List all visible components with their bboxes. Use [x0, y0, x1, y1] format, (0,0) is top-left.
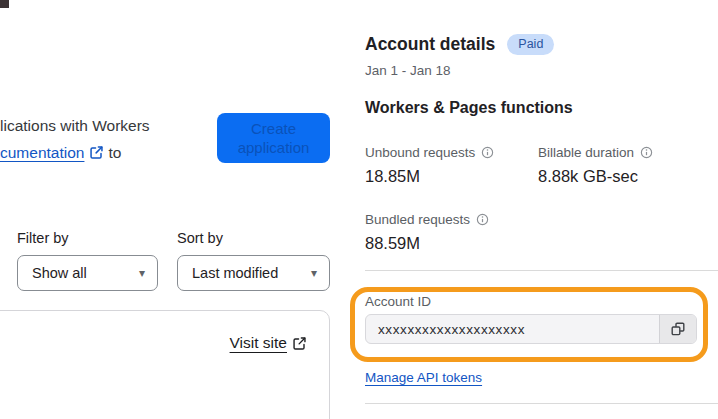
account-id-label: Account ID — [365, 294, 431, 309]
account-details-title: Account details — [365, 34, 495, 55]
intro-line-1: lications with Workers — [0, 112, 150, 139]
stat-label-text: Bundled requests — [365, 212, 470, 227]
account-id-field-group: xxxxxxxxxxxxxxxxxxxx — [365, 314, 697, 344]
visit-site-label: Visit site — [230, 334, 287, 352]
caret-down-icon: ▾ — [311, 267, 317, 279]
account-details-panel: Account details Paid Jan 1 - Jan 18 Work… — [365, 0, 718, 419]
info-icon[interactable] — [476, 213, 489, 226]
account-details-header: Account details Paid — [365, 34, 554, 55]
create-application-button[interactable]: Create application — [217, 113, 330, 163]
visit-site-link[interactable]: Visit site — [230, 334, 311, 352]
divider — [365, 270, 718, 271]
manage-api-tokens-link[interactable]: Manage API tokens — [365, 370, 482, 385]
external-link-icon — [89, 145, 104, 160]
stat-unbound-requests: Unbound requests 18.85M — [365, 145, 494, 186]
filter-select[interactable]: Show all ▾ — [17, 255, 158, 291]
divider — [365, 403, 718, 404]
stat-label-text: Unbound requests — [365, 145, 475, 160]
sort-select-value: Last modified — [192, 265, 278, 281]
stat-label: Billable duration — [538, 145, 653, 160]
plan-badge: Paid — [507, 34, 554, 55]
stat-billable-duration: Billable duration 8.88k GB-sec — [538, 145, 653, 186]
functions-section-title: Workers & Pages functions — [365, 99, 573, 117]
intro-text: lications with Workers cumentationto — [0, 112, 150, 166]
top-left-fragment — [0, 0, 9, 8]
external-link-icon — [292, 336, 307, 351]
documentation-link[interactable]: cumentation — [0, 144, 84, 161]
stat-value: 18.85M — [365, 167, 494, 186]
stat-label-text: Billable duration — [538, 145, 634, 160]
stat-label: Unbound requests — [365, 145, 494, 160]
info-icon[interactable] — [481, 146, 494, 159]
stat-value: 88.59M — [365, 234, 489, 253]
stat-label: Bundled requests — [365, 212, 489, 227]
stat-bundled-requests: Bundled requests 88.59M — [365, 212, 489, 253]
project-card: Visit site — [0, 310, 330, 419]
account-id-input[interactable]: xxxxxxxxxxxxxxxxxxxx — [366, 315, 659, 343]
copy-button[interactable] — [659, 315, 696, 343]
info-icon[interactable] — [640, 146, 653, 159]
intro-suffix: to — [108, 144, 121, 161]
sort-select[interactable]: Last modified ▾ — [177, 255, 330, 291]
stat-value: 8.88k GB-sec — [538, 167, 653, 186]
filter-by-label: Filter by — [17, 230, 69, 246]
date-range: Jan 1 - Jan 18 — [365, 63, 451, 78]
copy-icon — [670, 321, 686, 337]
caret-down-icon: ▾ — [139, 267, 145, 279]
filter-select-value: Show all — [32, 265, 87, 281]
intro-line-2: cumentationto — [0, 139, 150, 166]
sort-by-label: Sort by — [177, 230, 223, 246]
